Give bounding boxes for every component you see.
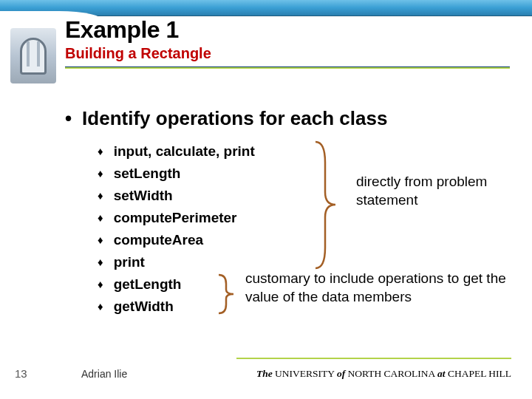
author-name: Adrian Ilie xyxy=(81,368,127,380)
uni-part: CHAPEL HILL xyxy=(446,368,512,379)
list-item-label: input, calculate, print xyxy=(114,140,255,163)
diamond-icon: ♦ xyxy=(98,296,103,318)
list-item-label: computePerimeter xyxy=(114,207,237,229)
brace-icon xyxy=(312,140,341,270)
diamond-icon: ♦ xyxy=(98,251,103,273)
uni-part: UNIVERSITY xyxy=(273,368,337,379)
list-item-label: getWidth xyxy=(114,296,174,318)
uni-part: at xyxy=(437,368,446,379)
diamond-icon: ♦ xyxy=(98,185,103,207)
footer-rule xyxy=(236,358,511,359)
list-item-label: computeArea xyxy=(114,229,203,251)
old-well-image xyxy=(10,28,56,83)
diamond-icon: ♦ xyxy=(98,229,103,251)
list-item: ♦computeArea xyxy=(98,229,510,251)
list-item-label: setLength xyxy=(114,163,181,185)
diamond-icon: ♦ xyxy=(98,140,103,163)
content-area: • Identify operations for each class ♦in… xyxy=(65,107,510,318)
brace-icon xyxy=(216,273,238,315)
list-item: ♦input, calculate, print xyxy=(98,140,510,163)
list-item-label: getLength xyxy=(114,273,182,296)
slide-number: 13 xyxy=(15,367,27,380)
list-item: ♦computePerimeter xyxy=(98,207,510,229)
annotation-problem-statement: directly from problem statement xyxy=(356,173,519,209)
annotation-customary: customary to include operations to get t… xyxy=(245,270,511,306)
bullet-dot: • xyxy=(65,107,72,130)
title-rule xyxy=(65,66,510,69)
university-name: The UNIVERSITY of NORTH CAROLINA at CHAP… xyxy=(256,368,511,380)
list-item-label: print xyxy=(114,251,145,273)
diamond-icon: ♦ xyxy=(98,273,103,296)
uni-part: of xyxy=(337,368,345,379)
diamond-icon: ♦ xyxy=(98,163,103,185)
page-subtitle: Building a Rectangle xyxy=(65,45,510,62)
uni-part: NORTH CAROLINA xyxy=(345,368,437,379)
uni-part: The xyxy=(256,368,273,379)
operations-list: ♦input, calculate, print ♦setLength ♦set… xyxy=(98,140,510,318)
page-title: Example 1 xyxy=(65,16,510,44)
title-block: Example 1 Building a Rectangle xyxy=(65,16,510,69)
main-bullet-text: Identify operations for each class xyxy=(82,107,387,130)
footer: 13 Adrian Ilie The UNIVERSITY of NORTH C… xyxy=(0,355,532,384)
header-bar xyxy=(0,0,532,16)
list-item-label: setWidth xyxy=(114,185,173,207)
diamond-icon: ♦ xyxy=(98,207,103,229)
main-bullet: • Identify operations for each class xyxy=(65,107,510,130)
